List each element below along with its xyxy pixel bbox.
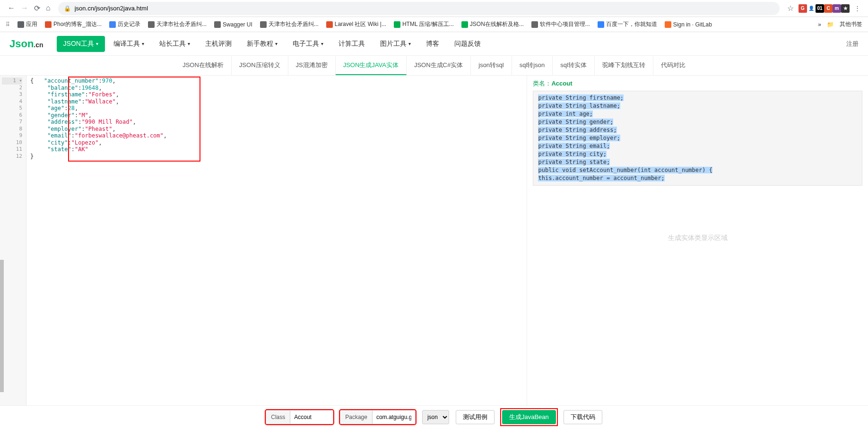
bookmark-item[interactable]: 历史记录 — [109, 20, 140, 28]
site-logo[interactable]: Json.cn — [9, 38, 43, 50]
json-editor-panel: 1 ▾23456789101112 { "account_number":970… — [0, 76, 527, 405]
scrollbar[interactable] — [0, 260, 4, 392]
apps-icon[interactable]: ⠿ — [6, 21, 10, 28]
line-number: 4 — [2, 98, 22, 105]
sub-tab[interactable]: JSON压缩转义 — [232, 56, 288, 75]
java-line: private String lastname; — [538, 103, 620, 109]
java-line: private String email; — [538, 143, 610, 149]
class-title: 类名：Accout — [533, 79, 862, 88]
bookmark-item[interactable]: 天津市社会矛盾纠... — [260, 20, 319, 28]
download-button[interactable]: 下载代码 — [564, 410, 602, 424]
caret-icon: ▾ — [96, 41, 98, 46]
home-button[interactable]: ⌂ — [46, 4, 51, 13]
nav-item[interactable]: JSON工具▾ — [57, 36, 105, 52]
caret-icon: ▾ — [408, 41, 411, 46]
bookmark-item[interactable]: 百度一下，你就知道 — [598, 20, 657, 28]
bookmarks-overflow[interactable]: » — [818, 21, 821, 28]
nav-item[interactable]: 站长工具▾ — [153, 36, 197, 52]
sub-tab[interactable]: 代码对比 — [653, 56, 693, 75]
register-link[interactable]: 注册 — [846, 40, 859, 48]
sub-tabs: JSON在线解析JSON压缩转义JS混淆加密JSON生成JAVA实体JSON生成… — [0, 56, 868, 76]
sub-tab[interactable]: JSON在线解析 — [175, 56, 232, 75]
line-number: 12 — [2, 153, 22, 160]
nav-item[interactable]: 图片工具▾ — [373, 36, 417, 52]
nav-item[interactable]: 新手教程▾ — [240, 36, 284, 52]
site-nav: Json.cn JSON工具▾编译工具▾站长工具▾主机评测新手教程▾电子工具▾计… — [0, 32, 868, 56]
nav-item[interactable]: 电子工具▾ — [286, 36, 330, 52]
nav-item[interactable]: 编译工具▾ — [107, 36, 151, 52]
bookmark-item[interactable]: 软件中心项目管理... — [531, 20, 590, 28]
bookmark-favicon — [598, 21, 604, 28]
sub-tab[interactable]: json转sql — [471, 56, 512, 75]
extension-icon[interactable]: 01 — [816, 4, 824, 13]
extension-icon[interactable]: ★ — [841, 4, 850, 13]
other-bookmarks[interactable]: 其他书签 — [840, 20, 862, 28]
package-input[interactable] — [373, 411, 415, 424]
java-line: private String state; — [538, 159, 610, 165]
java-line: this.account_number = account_number; — [538, 175, 664, 181]
nav-item[interactable]: 问题反馈 — [448, 36, 487, 52]
extension-icons: ☆ G👤01Cm★ ⋮ — [783, 4, 864, 13]
bookmark-item[interactable]: 天津市社会矛盾纠... — [148, 20, 207, 28]
bookmark-item[interactable]: JSON在线解析及格... — [461, 20, 524, 28]
java-line: private String address; — [538, 127, 616, 133]
format-select[interactable]: json — [422, 410, 449, 424]
bookmarks-bar: ⠿ 应用Phor的博客_溜达...历史记录天津市社会矛盾纠...Swagger … — [0, 17, 868, 32]
folder-icon: 📁 — [827, 21, 834, 28]
sub-tab[interactable]: JSON生成C#实体 — [407, 56, 471, 75]
extension-icon[interactable]: 👤 — [807, 4, 816, 13]
line-number: 1 ▾ — [2, 77, 22, 85]
bookmark-item[interactable]: Sign in · GitLab — [665, 21, 712, 28]
bookmark-item[interactable]: Swagger UI — [214, 21, 252, 28]
sub-tab[interactable]: JSON生成JAVA实体 — [336, 56, 407, 75]
bookmark-item[interactable]: Laravel 社区 Wiki |... — [326, 20, 386, 28]
output-placeholder: 生成实体类显示区域 — [527, 234, 868, 242]
test-case-button[interactable]: 测试用例 — [456, 410, 495, 424]
bookmark-favicon — [394, 21, 400, 28]
line-number: 11 — [2, 146, 22, 153]
line-number: 10 — [2, 139, 22, 146]
back-button[interactable]: ← — [8, 4, 15, 13]
bookmark-item[interactable]: HTML 压缩/解压工... — [394, 20, 454, 28]
url-input[interactable] — [75, 5, 774, 12]
extension-icon[interactable]: G — [799, 4, 807, 13]
bookmark-item[interactable]: Phor的博客_溜达... — [45, 20, 102, 28]
bottom-toolbar: Class Package json 测试用例 生成JavaBean 下载代码 — [0, 405, 868, 428]
bookmark-favicon — [45, 21, 52, 28]
line-number: 2 — [2, 85, 22, 92]
java-line: public void setAccount_number(int accoun… — [538, 167, 712, 173]
sub-tab[interactable]: sql转实体 — [553, 56, 595, 75]
nav-item[interactable]: 计算工具 — [332, 36, 372, 52]
class-input-group: Class — [266, 410, 333, 424]
package-input-group: Package — [340, 410, 416, 424]
bookmark-favicon — [461, 21, 468, 28]
reload-button[interactable]: ⟳ — [34, 4, 40, 13]
java-output[interactable]: private String firstname;private String … — [533, 91, 862, 186]
main-content: 1 ▾23456789101112 { "account_number":970… — [0, 76, 868, 405]
nav-item[interactable]: 博客 — [419, 36, 446, 52]
java-line: private String firstname; — [538, 94, 624, 101]
star-icon[interactable]: ☆ — [787, 4, 794, 13]
sub-tab[interactable]: sql转json — [512, 56, 553, 75]
forward-button[interactable]: → — [21, 4, 28, 13]
browser-toolbar: ← → ⟳ ⌂ 🔒 ☆ G👤01Cm★ ⋮ — [0, 0, 868, 17]
extension-icon[interactable]: m — [833, 4, 841, 13]
line-number: 8 — [2, 126, 22, 133]
extension-icon[interactable]: C — [824, 4, 833, 13]
java-line: private String city; — [538, 151, 607, 157]
generate-button[interactable]: 生成JavaBean — [502, 410, 556, 424]
lock-icon: 🔒 — [64, 5, 71, 12]
line-gutter: 1 ▾23456789101112 — [0, 76, 26, 405]
bookmark-favicon — [665, 21, 671, 28]
json-editor[interactable]: { "account_number":970, "balance":19648,… — [26, 76, 527, 405]
sub-tab[interactable]: 驼峰下划线互转 — [595, 56, 653, 75]
java-line: private String employer; — [538, 135, 620, 141]
sub-tab[interactable]: JS混淆加密 — [288, 56, 336, 75]
url-bar[interactable]: 🔒 — [58, 2, 780, 15]
menu-icon[interactable]: ⋮ — [854, 5, 860, 12]
class-input[interactable] — [290, 411, 333, 424]
line-number: 9 — [2, 132, 22, 139]
bookmark-favicon — [214, 21, 221, 28]
bookmark-item[interactable]: 应用 — [17, 20, 37, 28]
nav-item[interactable]: 主机评测 — [199, 36, 238, 52]
